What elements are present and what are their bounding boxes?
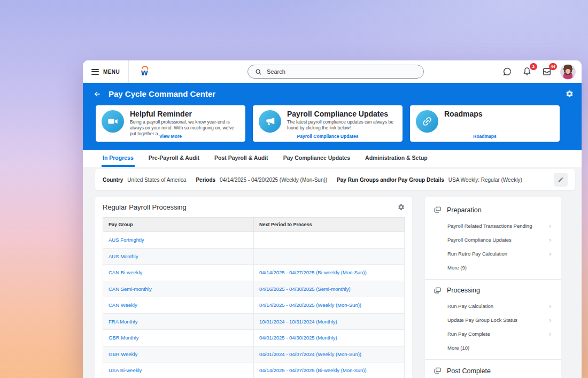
section-preparation: Preparation (434, 206, 553, 214)
card-description: The latest payroll compliance updates ca… (287, 119, 397, 131)
filter-bar: CountryUnited States of AmericaPeriods04… (95, 169, 575, 190)
filters: CountryUnited States of AmericaPeriods04… (103, 177, 522, 183)
pay-group-link[interactable]: GBR Monthly (109, 335, 139, 341)
filter-periods: Periods04/14/2025 - 04/20/2025 (Weekly (… (196, 177, 327, 183)
pay-group-link[interactable]: CAN Bi-weekly (109, 269, 142, 275)
tab-post-payroll-audit[interactable]: Post Payroll & Audit (213, 150, 269, 167)
pay-group-cell: FRA Monthly (103, 313, 254, 330)
search-input[interactable]: Search (247, 65, 424, 79)
pay-group-link[interactable]: USA Bi-weekly (109, 367, 142, 373)
back-button[interactable] (93, 90, 102, 98)
next-period-link[interactable]: 04/01/2025 - 04/30/2025 (Monthly) (259, 335, 337, 341)
tab-pre-payroll-audit[interactable]: Pre-Payroll & Audit (148, 150, 200, 167)
card-title: Helpful Reminder (130, 110, 239, 118)
sidebar-more-link[interactable]: More (9) (434, 260, 553, 276)
card-helpful-reminder: Helpful ReminderBeing a payroll professi… (96, 105, 245, 142)
next-period-link[interactable]: 04/16/2025 - 04/30/2025 (Semi-monthly) (259, 286, 351, 292)
back-arrow-icon (93, 90, 102, 98)
chevron-right-icon: › (549, 251, 552, 256)
card-title: Payroll Compliance Updates (287, 110, 397, 118)
next-period-cell: 04/01/2025 - 04/30/2025 (Monthly) (254, 330, 405, 346)
notifications-button[interactable]: 2 (521, 66, 533, 78)
sidebar-item-update-pay-group-lock-status[interactable]: Update Pay Group Lock Status› (434, 313, 553, 327)
filter-value: 04/14/2025 - 04/20/2025 (Weekly (Mon-Sun… (220, 177, 327, 183)
logo-letter: w (141, 67, 148, 78)
table-row: AUS Monthly (103, 248, 405, 265)
top-icons: 2 44 (501, 65, 575, 79)
tab-in-progress[interactable]: In Progress (102, 150, 135, 167)
column-header-pay-group: Pay Group (103, 218, 254, 232)
megaphone-icon (264, 115, 276, 127)
menu-button[interactable]: MENU (91, 69, 120, 75)
sidebar-item-run-pay-complete[interactable]: Run Pay Complete› (434, 327, 553, 341)
pay-group-link[interactable]: CAN Semi-monthly (109, 286, 152, 292)
pay-group-link[interactable]: AUS Monthly (109, 253, 138, 259)
filter-label: Periods (196, 177, 215, 183)
table-row: FRA Monthly10/01/2024 - 10/31/2024 (Mont… (103, 313, 405, 330)
pay-group-link[interactable]: AUS Fortnightly (109, 237, 144, 243)
card-link-payroll-compliance-updates[interactable]: Payroll Compliance Updates (253, 134, 403, 139)
pay-group-cell: AUS Monthly (103, 248, 254, 265)
tab-administration-setup[interactable]: Administration & Setup (364, 150, 429, 167)
window-stack-icon (434, 206, 442, 214)
window-stack-icon (434, 367, 442, 375)
filter-label: Pay Run Groups and/or Pay Group Details (337, 177, 444, 183)
chevron-right-icon: › (549, 237, 552, 242)
edit-filters-button[interactable] (554, 173, 568, 187)
sidebar-item-run-retro-pay-calculation[interactable]: Run Retro Pay Calculation› (434, 246, 553, 260)
title-row: Pay Cycle Command Center (83, 83, 582, 105)
desktop-background: MENU w Search 2 44 (0, 0, 588, 378)
top-bar: MENU w Search 2 44 (83, 60, 582, 83)
sidebar-more-link[interactable]: More (10) (434, 341, 553, 357)
window-stack-icon (434, 287, 442, 295)
pay-group-link[interactable]: FRA Monthly (109, 319, 137, 325)
next-period-cell (254, 248, 405, 265)
card-link-view-more[interactable]: View More (96, 134, 245, 139)
pay-group-link[interactable]: CAN Weekly (109, 302, 137, 308)
sidebar-item-run-pay-calculation[interactable]: Run Pay Calculation› (434, 299, 553, 313)
next-period-link[interactable]: 10/01/2024 - 10/31/2024 (Monthly) (259, 319, 337, 325)
inbox-badge: 44 (549, 63, 557, 70)
search-placeholder: Search (267, 68, 285, 75)
table-row: CAN Bi-weekly04/14/2025 - 04/27/2025 (Bi… (103, 265, 405, 281)
tab-bar: In ProgressPre-Payroll & AuditPost Payro… (83, 150, 582, 167)
panel-title: Regular Payroll Processing (103, 203, 187, 211)
inbox-button[interactable]: 44 (541, 66, 553, 78)
pay-group-table: Pay GroupNext Period to Process AUS Fort… (103, 217, 405, 378)
table-row: CAN Semi-monthly04/16/2025 - 04/30/2025 … (103, 281, 405, 297)
window-stack-icon (434, 206, 442, 214)
card-title: Roadmaps (444, 110, 554, 118)
sidebar-item-payroll-related-transactions-pending[interactable]: Payroll Related Transactions Pending› (434, 219, 553, 233)
section-processing: Processing (434, 287, 553, 295)
link-icon-circle (416, 110, 438, 133)
megaphone-icon-circle (259, 110, 281, 133)
pay-group-link[interactable]: GBR Weekly (109, 351, 137, 357)
workday-logo[interactable]: w (141, 65, 151, 78)
next-period-cell: 04/14/2025 - 04/27/2025 (Bi-weekly (Mon-… (254, 265, 405, 281)
card-roadmaps: RoadmapsRoadmaps (410, 105, 560, 142)
divider (128, 60, 129, 83)
announcement-cards: Helpful ReminderBeing a payroll professi… (83, 105, 582, 142)
chat-icon (502, 66, 513, 77)
next-period-link[interactable]: 04/14/2025 - 04/27/2025 (Bi-weekly (Mon-… (259, 367, 367, 373)
profile-avatar[interactable] (561, 65, 575, 79)
chat-button[interactable] (501, 66, 513, 78)
divider (425, 359, 561, 360)
chevron-right-icon: › (549, 304, 552, 308)
filter-pay-run-groups-and-or-pay-group-details: Pay Run Groups and/or Pay Group DetailsU… (337, 177, 522, 183)
header-settings-button[interactable] (566, 90, 574, 98)
pay-group-cell: CAN Weekly (103, 297, 254, 314)
next-period-link[interactable]: 04/14/2025 - 04/20/2025 (Weekly (Mon-Sun… (259, 302, 361, 308)
sidebar-item-payroll-compliance-updates[interactable]: Payroll Compliance Updates› (434, 233, 553, 246)
table-row: CAN Weekly04/14/2025 - 04/20/2025 (Weekl… (103, 297, 405, 314)
next-period-link[interactable]: 04/01/2024 - 04/07/2024 (Weekly (Mon-Sun… (259, 351, 361, 357)
tab-pay-compliance-updates[interactable]: Pay Compliance Updates (282, 150, 351, 167)
next-period-link[interactable]: 04/14/2025 - 04/27/2025 (Bi-weekly (Mon-… (259, 269, 367, 275)
sidebar-item-label: Run Pay Calculation (447, 303, 493, 309)
filter-value: United States of America (127, 177, 186, 183)
pay-group-cell: CAN Semi-monthly (103, 281, 254, 297)
table-settings-button[interactable] (398, 204, 405, 211)
sidebar-item-label: Payroll Related Transactions Pending (447, 223, 532, 229)
menu-label: MENU (103, 69, 120, 75)
card-link-roadmaps[interactable]: Roadmaps (410, 134, 560, 139)
